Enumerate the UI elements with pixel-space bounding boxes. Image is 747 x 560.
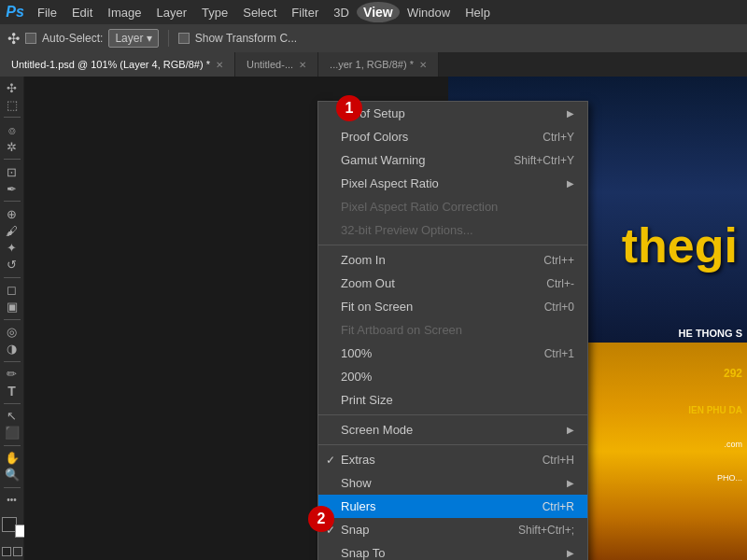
menu-file[interactable]: File [30,2,64,23]
text-tool[interactable]: T [2,384,22,399]
lasso-tool[interactable]: ⌾ [2,122,22,137]
tabs-bar: Untitled-1.psd @ 101% (Layer 4, RGB/8#) … [0,52,747,77]
eraser-tool[interactable]: ◻ [2,283,22,298]
tool-separator-8 [4,445,21,446]
menu-item-screen-mode[interactable]: Screen Mode ▶ [318,418,587,441]
tab-close-2[interactable]: ✕ [299,60,306,70]
menu-separator-3 [318,444,587,445]
options-bar: ✣ Auto-Select: Layer ▾ Show Transform C.… [0,24,747,52]
menu-item-proof-colors[interactable]: Proof Colors Ctrl+Y [318,125,587,148]
quick-mask-icon [2,547,11,556]
zoom-tool[interactable]: 🔍 [2,468,22,483]
canvas-text-phone: .com [724,440,742,449]
crop-tool[interactable]: ⊡ [2,164,22,179]
show-transform-label: Show Transform C... [195,32,297,45]
canvas-text-address: IEN PHU DA [688,405,742,415]
spot-heal-tool[interactable]: ⊕ [2,206,22,221]
menu-item-100pct[interactable]: 100% Ctrl+1 [318,342,587,365]
menu-select[interactable]: Select [235,2,284,23]
show-transform-checkbox[interactable] [178,33,190,44]
menu-item-extras[interactable]: Extras Ctrl+H [318,448,587,471]
menu-item-200pct[interactable]: 200% [318,365,587,388]
menu-item-fit-artboard: Fit Artboard on Screen [318,318,587,342]
arrow-icon-par: ▶ [567,178,574,189]
left-toolbar: ✣ ⬚ ⌾ ✲ ⊡ ✒ ⊕ 🖌 ✦ ↺ ◻ ▣ ◎ ◑ ✏ T ↖ ⬛ ✋ 🔍 … [0,77,24,560]
tab-close-1[interactable]: ✕ [216,60,223,70]
arrow-icon: ▶ [567,108,574,119]
menu-filter[interactable]: Filter [284,2,326,23]
menu-layer[interactable]: Layer [149,2,195,23]
path-selection-tool[interactable]: ↖ [2,409,22,424]
arrow-icon-sm: ▶ [567,425,574,435]
menu-item-snap[interactable]: Snap Shift+Ctrl+; [318,518,587,541]
tab-untitled2[interactable]: Untitled-... ✕ [235,52,318,77]
menu-item-show[interactable]: Show ▶ [318,471,587,495]
eyedropper-tool[interactable]: ✒ [2,181,22,196]
menu-help[interactable]: Help [458,2,498,23]
menu-separator-1 [318,245,587,245]
menu-edit[interactable]: Edit [64,2,100,23]
tab-close-3[interactable]: ✕ [419,60,427,70]
menu-item-snap-to[interactable]: Snap To ▶ [318,541,587,560]
magic-wand-tool[interactable]: ✲ [2,139,22,154]
main-area: ✣ ⬚ ⌾ ✲ ⊡ ✒ ⊕ 🖌 ✦ ↺ ◻ ▣ ◎ ◑ ✏ T ↖ ⬛ ✋ 🔍 … [0,77,747,560]
hand-tool[interactable]: ✋ [2,451,22,466]
brush-tool[interactable]: 🖌 [2,223,22,238]
menu-window[interactable]: Window [400,2,458,23]
canvas-text-thegi: thegi [622,221,738,270]
shape-tool[interactable]: ⬛ [2,426,22,441]
view-dropdown-menu: Proof Setup ▶ Proof Colors Ctrl+Y Gamut … [317,101,588,560]
canvas-text-yellow: 292 [724,367,742,380]
menu-bar: Ps File Edit Image Layer Type Select Fil… [0,0,747,24]
tool-separator-9 [4,487,21,488]
menu-item-32bit-preview: 32-bit Preview Options... [318,218,587,242]
tool-separator-2 [4,159,21,160]
history-brush-tool[interactable]: ↺ [2,258,22,273]
menu-image[interactable]: Image [100,2,148,23]
blur-tool[interactable]: ◎ [2,325,22,340]
tab-layer1[interactable]: ...yer 1, RGB/8#) * ✕ [318,52,439,77]
gradient-tool[interactable]: ▣ [2,300,22,315]
menu-type[interactable]: Type [194,2,235,23]
menu-item-pixel-correction: Pixel Aspect Ratio Correction [318,195,587,218]
menu-item-gamut-warning[interactable]: Gamut Warning Shift+Ctrl+Y [318,148,587,172]
menu-item-rulers[interactable]: Rulers Ctrl+R [318,495,587,518]
menu-3d[interactable]: 3D [326,2,357,23]
tool-separator-7 [4,403,21,404]
move-tool[interactable]: ✣ [2,80,22,95]
extra-tool[interactable]: ••• [2,493,22,508]
tool-separator-3 [4,201,21,202]
color-swatches[interactable] [2,517,22,532]
move-tool-icon: ✣ [7,30,20,48]
tool-separator-1 [4,117,21,118]
annotation-number-1: 1 [336,95,362,121]
menu-item-pixel-aspect-ratio[interactable]: Pixel Aspect Ratio ▶ [318,172,587,195]
menu-separator-2 [318,414,587,415]
pen-tool[interactable]: ✏ [2,367,22,382]
layer-dropdown[interactable]: Layer ▾ [108,29,158,48]
canvas-text-pho: PHO... [717,473,742,483]
dodge-tool[interactable]: ◑ [2,342,22,357]
menu-item-print-size[interactable]: Print Size [318,388,587,412]
auto-select-checkbox[interactable] [25,33,36,44]
tab-untitled1[interactable]: Untitled-1.psd @ 101% (Layer 4, RGB/8#) … [0,52,235,77]
auto-select-label: Auto-Select: [42,32,103,45]
menu-item-zoom-out[interactable]: Zoom Out Ctrl+- [318,272,587,295]
menu-item-zoom-in[interactable]: Zoom In Ctrl++ [318,248,587,272]
canvas-text-bottom: HE THONG S [679,328,742,339]
app-logo: Ps [0,0,30,24]
tool-separator-5 [4,319,21,320]
tool-separator-6 [4,361,21,362]
clone-stamp-tool[interactable]: ✦ [2,240,22,255]
arrow-icon-show: ▶ [567,478,574,488]
menu-view[interactable]: View [357,2,400,22]
screen-mode-icon [13,547,22,556]
arrow-icon-snap: ▶ [567,548,574,558]
annotation-number-2: 2 [308,506,334,532]
menu-item-fit-screen[interactable]: Fit on Screen Ctrl+0 [318,295,587,318]
marquee-tool[interactable]: ⬚ [2,97,22,112]
tool-separator-4 [4,277,21,278]
